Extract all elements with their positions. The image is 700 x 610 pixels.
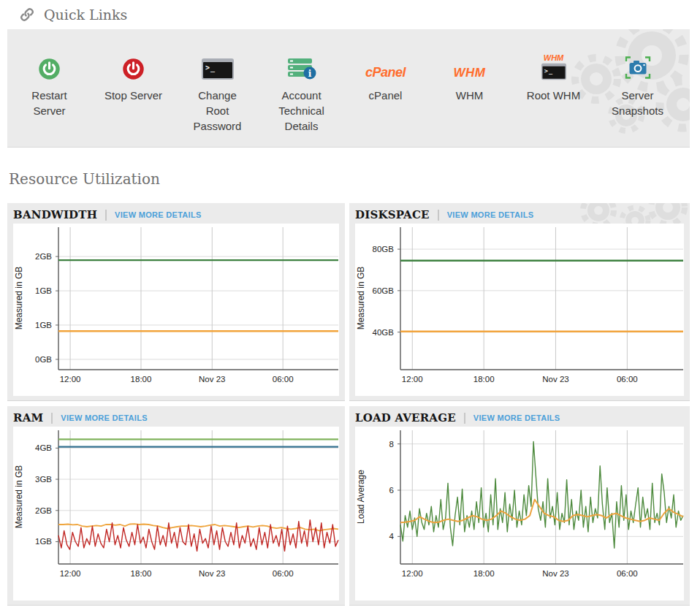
svg-text:06:00: 06:00 xyxy=(273,569,294,578)
svg-text:2GB: 2GB xyxy=(35,252,52,261)
quick-link-cpanel[interactable]: cPanel cPanel xyxy=(343,42,427,134)
quick-link-restart-server[interactable]: Restart Server xyxy=(7,42,91,134)
svg-text:0GB: 0GB xyxy=(35,355,52,364)
resource-utilization-grid: BANDWIDTH VIEW MORE DETAILS Measured in … xyxy=(7,203,690,606)
camera-snapshot-icon xyxy=(596,42,680,83)
view-more-details-link[interactable]: VIEW MORE DETAILS xyxy=(447,210,534,219)
quick-link-stop-server[interactable]: Stop Server xyxy=(91,42,175,134)
divider xyxy=(464,413,465,424)
svg-text:1GB: 1GB xyxy=(35,537,52,546)
svg-text:12:00: 12:00 xyxy=(402,569,423,578)
ram-chart: Measured in GB 4GB3GB2GB1GB12:0018:00Nov… xyxy=(13,427,339,601)
quick-link-label: Stop Server xyxy=(102,88,166,103)
quick-link-label: WHM xyxy=(438,88,502,103)
bandwidth-chart: Measured in GB 2GB1GB1GB0GB12:0018:00Nov… xyxy=(13,224,339,396)
svg-text:_: _ xyxy=(549,67,553,75)
terminal-icon: > _ xyxy=(175,42,259,83)
quick-link-label: Server Snapshots xyxy=(606,88,670,118)
section-title: Resource Utilization xyxy=(9,170,700,188)
power-icon-red xyxy=(91,42,175,83)
svg-text:Nov 23: Nov 23 xyxy=(542,375,568,384)
svg-text:Nov 23: Nov 23 xyxy=(542,569,568,578)
root-whm-icon: WHM > _ xyxy=(511,42,596,83)
chart-panel-ram: RAM VIEW MORE DETAILS Measured in GB 4GB… xyxy=(7,406,345,606)
chart-panel-bandwidth: BANDWIDTH VIEW MORE DETAILS Measured in … xyxy=(7,203,345,401)
server-info-icon: i xyxy=(259,42,343,83)
quick-link-whm[interactable]: WHM WHM xyxy=(427,42,511,134)
svg-text:Nov 23: Nov 23 xyxy=(199,375,225,384)
link-icon xyxy=(20,7,34,22)
svg-text:>: > xyxy=(544,67,547,75)
cpanel-logo: cPanel xyxy=(343,42,427,83)
page-header: Quick Links xyxy=(0,0,700,29)
svg-text:_: _ xyxy=(210,64,216,72)
svg-text:18:00: 18:00 xyxy=(473,375,495,384)
quick-link-change-root-password[interactable]: > _ Change Root Password xyxy=(175,42,259,134)
svg-text:06:00: 06:00 xyxy=(617,375,638,384)
quick-link-server-snapshots[interactable]: Server Snapshots xyxy=(596,42,680,134)
svg-text:12:00: 12:00 xyxy=(60,569,81,578)
svg-text:2GB: 2GB xyxy=(35,506,52,515)
whm-logo: WHM xyxy=(427,42,511,83)
svg-text:06:00: 06:00 xyxy=(273,375,294,384)
power-icon-green xyxy=(7,42,91,83)
chart-title: BANDWIDTH xyxy=(13,208,97,221)
divider xyxy=(438,210,439,221)
panel-header: DISKSPACE VIEW MORE DETAILS xyxy=(355,208,684,221)
chart-panel-load-average: LOAD AVERAGE VIEW MORE DETAILS Load Aver… xyxy=(349,406,690,606)
svg-text:18:00: 18:00 xyxy=(131,569,152,578)
svg-text:4GB: 4GB xyxy=(35,443,52,452)
view-more-details-link[interactable]: VIEW MORE DETAILS xyxy=(473,413,560,422)
quick-link-label: Account Technical Details xyxy=(270,88,334,134)
quick-link-account-technical-details[interactable]: i Account Technical Details xyxy=(259,42,343,134)
svg-text:12:00: 12:00 xyxy=(60,375,81,384)
quick-link-label: cPanel xyxy=(354,88,418,103)
chart-panel-diskspace: DISKSPACE VIEW MORE DETAILS Measured in … xyxy=(349,203,690,401)
svg-text:18:00: 18:00 xyxy=(473,569,495,578)
page-title: Quick Links xyxy=(44,7,127,23)
svg-text:60GB: 60GB xyxy=(373,286,395,295)
svg-text:>: > xyxy=(205,64,210,72)
divider xyxy=(105,210,107,221)
quick-link-label: Root WHM xyxy=(522,88,586,103)
svg-text:12:00: 12:00 xyxy=(402,375,423,384)
quick-links-row: Restart Server Stop Server > _ xyxy=(7,29,690,134)
svg-text:18:00: 18:00 xyxy=(131,375,152,384)
quick-links-panel: Restart Server Stop Server > _ xyxy=(7,29,690,148)
chart-title: RAM xyxy=(13,411,43,424)
quick-link-label: Change Root Password xyxy=(186,88,250,134)
view-more-details-link[interactable]: VIEW MORE DETAILS xyxy=(115,210,202,219)
svg-text:80GB: 80GB xyxy=(373,245,395,253)
svg-text:40GB: 40GB xyxy=(373,328,395,337)
panel-header: RAM VIEW MORE DETAILS xyxy=(13,411,339,424)
panel-header: BANDWIDTH VIEW MORE DETAILS xyxy=(13,208,339,221)
view-more-details-link[interactable]: VIEW MORE DETAILS xyxy=(61,413,148,422)
svg-text:Nov 23: Nov 23 xyxy=(199,569,225,578)
chart-title: DISKSPACE xyxy=(355,208,430,221)
svg-text:6: 6 xyxy=(389,486,394,495)
divider xyxy=(51,413,53,424)
diskspace-chart: Measured in GB 80GB60GB40GB12:0018:00Nov… xyxy=(355,224,684,396)
svg-text:3GB: 3GB xyxy=(35,475,52,484)
panel-header: LOAD AVERAGE VIEW MORE DETAILS xyxy=(355,411,684,424)
svg-text:4: 4 xyxy=(389,532,395,541)
svg-text:i: i xyxy=(308,69,311,79)
terminal-icon: > _ xyxy=(540,63,568,80)
svg-text:06:00: 06:00 xyxy=(617,569,638,578)
quick-link-root-whm[interactable]: WHM > _ Root WHM xyxy=(511,42,596,134)
svg-text:8: 8 xyxy=(389,440,394,449)
quick-link-label: Restart Server xyxy=(18,88,82,118)
svg-text:1GB: 1GB xyxy=(35,286,52,295)
svg-text:1GB: 1GB xyxy=(35,321,52,329)
load-average-chart: Load Average 86412:0018:00Nov 2306:00 xyxy=(355,427,684,601)
chart-title: LOAD AVERAGE xyxy=(355,411,456,424)
